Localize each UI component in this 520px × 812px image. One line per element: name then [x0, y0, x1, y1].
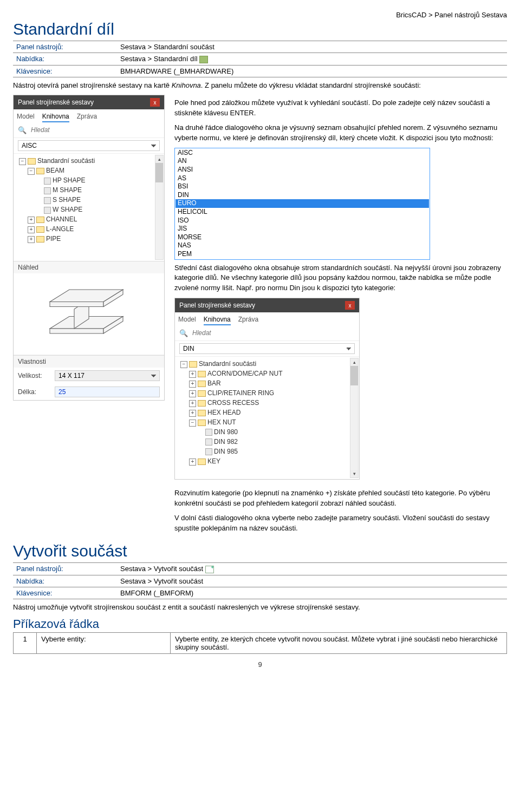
- folder-icon: [198, 410, 206, 416]
- label-menu: Nabídka:: [13, 53, 117, 66]
- list-item[interactable]: JIS: [176, 225, 429, 233]
- expand-icon[interactable]: +: [189, 400, 196, 407]
- cmd-step-num: 1: [14, 632, 37, 653]
- list-item[interactable]: HELICOIL: [176, 208, 429, 217]
- value-menu: Sestava > Vytvořit součást: [117, 575, 507, 587]
- norm-select[interactable]: AISC: [18, 140, 160, 151]
- list-item[interactable]: AISC: [176, 149, 429, 158]
- tab-library[interactable]: Knihovna: [42, 112, 69, 122]
- close-icon[interactable]: x: [150, 98, 160, 107]
- folder-icon: [198, 420, 206, 426]
- panel-title-text: Panel strojírenské sestavy: [179, 302, 255, 309]
- tab-report[interactable]: Zpráva: [77, 112, 97, 122]
- panel-tabs: Model Knihovna Zpráva: [175, 312, 359, 325]
- tree-scrollbar[interactable]: ▴: [155, 155, 164, 260]
- insert-icon: [199, 56, 208, 63]
- list-item[interactable]: BSI: [176, 182, 429, 191]
- list-item[interactable]: PEM: [176, 250, 429, 259]
- para-params: V dolní části dialogového okna vyberte n…: [174, 513, 507, 534]
- i-beam-icon: [40, 281, 138, 346]
- list-item[interactable]: DIN: [176, 191, 429, 200]
- expand-icon[interactable]: +: [189, 371, 196, 378]
- heading-standard-part: Standardní díl: [13, 20, 507, 38]
- para-expand: Rozvinutím kategorie (po klepnutí na zna…: [174, 488, 507, 509]
- label-keyboard: Klávesnice:: [13, 587, 117, 599]
- assembly-panel-2: Panel strojírenské sestavy x Model Kniho…: [174, 298, 360, 480]
- para-tree: Střední část dialogového okna obsahuje s…: [174, 263, 507, 294]
- folder-icon: [198, 390, 206, 397]
- cmd-step-label: Vyberte entity:: [37, 632, 171, 653]
- create-part-icon: [205, 566, 214, 573]
- tab-model[interactable]: Model: [178, 315, 196, 325]
- part-icon: [205, 448, 212, 455]
- part-icon: [205, 438, 212, 446]
- size-select[interactable]: 14 X 117: [55, 370, 160, 381]
- part-icon: [44, 178, 51, 185]
- part-icon: [205, 429, 212, 436]
- prop-size-label: Velikost:: [18, 372, 50, 379]
- norm-listbox[interactable]: AISC AN ANSI AS BSI DIN EURO HELICOIL IS…: [174, 148, 430, 260]
- list-item-selected[interactable]: EURO: [176, 199, 429, 208]
- part-icon: [44, 187, 51, 194]
- folder-icon: [36, 226, 44, 233]
- part-icon: [44, 207, 51, 214]
- tab-library[interactable]: Knihovna: [204, 315, 231, 325]
- label-keyboard: Klávesnice:: [13, 65, 117, 77]
- svg-marker-1: [50, 329, 103, 333]
- folder-icon: [36, 168, 44, 174]
- folder-icon: [198, 459, 206, 465]
- expand-icon[interactable]: −: [19, 158, 26, 165]
- preview-label: Náhled: [14, 261, 164, 273]
- length-input[interactable]: [55, 387, 160, 397]
- list-item[interactable]: MORSE: [176, 233, 429, 242]
- tab-model[interactable]: Model: [17, 112, 35, 122]
- expand-icon[interactable]: −: [28, 168, 35, 175]
- intro-text: Nástroj otevírá panel strojírenské sesta…: [13, 81, 507, 91]
- close-icon[interactable]: x: [345, 301, 355, 310]
- folder-icon: [36, 236, 44, 243]
- page-number: 9: [13, 660, 507, 669]
- panel-tabs: Model Knihovna Zpráva: [14, 109, 164, 122]
- norm-select[interactable]: DIN: [179, 343, 355, 354]
- folder-icon: [198, 371, 206, 377]
- folder-icon: [198, 381, 206, 387]
- parts-tree[interactable]: ▴ −Standardní součásti +ACORN/DOME/CAP N…: [175, 357, 359, 479]
- search-input[interactable]: [191, 329, 355, 337]
- expand-icon[interactable]: +: [28, 226, 35, 233]
- list-item[interactable]: NAS: [176, 241, 429, 250]
- tab-report[interactable]: Zpráva: [238, 315, 258, 325]
- part-icon: [44, 197, 51, 204]
- expand-icon[interactable]: +: [28, 236, 35, 243]
- info-table-2: Panel nástrojů: Sestava > Vytvořit součá…: [13, 562, 507, 599]
- search-input[interactable]: [30, 126, 160, 134]
- list-item[interactable]: ISO: [176, 217, 429, 225]
- expand-icon[interactable]: +: [189, 410, 196, 417]
- info-table-1: Panel nástrojů: Sestava > Standardní sou…: [13, 41, 507, 77]
- folder-icon: [36, 217, 44, 223]
- value-toolbar: Sestava > Vytvořit součást: [117, 563, 507, 575]
- para-search: Pole hned pod záložkou můžete využívat k…: [174, 98, 507, 119]
- list-item[interactable]: AN: [176, 157, 429, 166]
- svg-marker-5: [50, 302, 103, 307]
- expand-icon[interactable]: +: [28, 217, 35, 224]
- cmd-step-desc: Vyberte entity, ze kterých chcete vytvoř…: [171, 632, 507, 653]
- list-item[interactable]: ANSI: [176, 166, 429, 174]
- tree-scrollbar[interactable]: ▴ ▾: [350, 358, 359, 478]
- expand-icon[interactable]: +: [189, 381, 196, 388]
- expand-icon[interactable]: −: [180, 361, 187, 368]
- list-item[interactable]: AS: [176, 174, 429, 183]
- search-icon: 🔍: [179, 329, 188, 337]
- properties-label: Vlastnosti: [14, 355, 164, 368]
- expand-icon[interactable]: +: [189, 459, 196, 466]
- panel-title-text: Panel strojírenské sestavy: [18, 99, 94, 106]
- para-norms: Na druhé řádce dialogového okna je výsuv…: [174, 123, 507, 143]
- label-menu: Nabídka:: [13, 575, 117, 587]
- expand-icon[interactable]: +: [189, 390, 196, 397]
- heading-cmdline: Příkazová řádka: [13, 617, 507, 631]
- panel-titlebar: Panel strojírenské sestavy x: [175, 298, 359, 312]
- parts-tree[interactable]: ▴ −Standardní součásti −BEAM HP SHAPE M …: [14, 154, 164, 261]
- expand-icon[interactable]: −: [189, 420, 196, 427]
- folder-icon: [189, 361, 197, 368]
- value-keyboard: BMHARDWARE (_BMHARDWARE): [117, 65, 507, 77]
- preview-pane: [14, 273, 164, 355]
